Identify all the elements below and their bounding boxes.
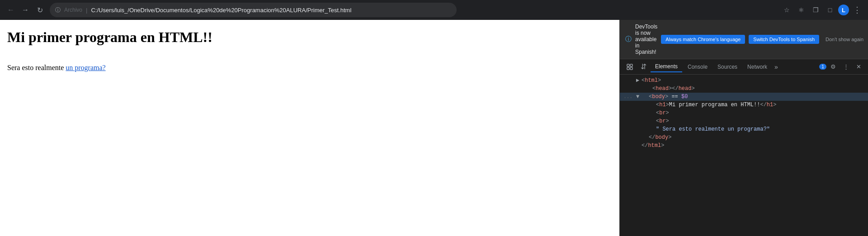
address-pipe: | xyxy=(86,7,87,14)
page-paragraph: Sera esto realmente un programa? xyxy=(7,64,612,72)
tab-elements[interactable]: Elements xyxy=(651,61,682,72)
devtools-panel: ⓘ DevTools is now available in Spanish! … xyxy=(619,20,868,236)
tab-network[interactable]: Network xyxy=(743,62,772,72)
toolbar-actions: ☆ ⚛ ❐ □ L ⋮ xyxy=(780,4,863,16)
browser-chrome: ← → ↻ ⓘ Archivo | C:/Users/luis_/OneDriv… xyxy=(0,0,868,20)
always-match-button[interactable]: Always match Chrome's language xyxy=(661,35,745,44)
page-link[interactable]: un programa? xyxy=(66,64,105,71)
profile-button[interactable]: L xyxy=(838,5,849,15)
code-line-body: ... ▼ <body> == $0 xyxy=(620,93,868,101)
send-tab-button[interactable]: ❐ xyxy=(809,4,822,16)
main-area: Mi primer programa en HTML!! Sera esto r… xyxy=(0,20,868,236)
inspect-icon[interactable] xyxy=(623,61,636,73)
bookmark-button[interactable]: ☆ xyxy=(780,4,793,16)
cursor-icon[interactable]: ⇵ xyxy=(637,61,650,73)
code-line-body-close: </body> xyxy=(620,133,868,142)
svg-rect-1 xyxy=(630,64,632,66)
devtools-notification: ⓘ DevTools is now available in Spanish! … xyxy=(620,20,868,59)
tab-console[interactable]: Console xyxy=(683,62,712,72)
page-content: Mi primer programa en HTML!! Sera esto r… xyxy=(0,20,619,236)
code-line-text: " Sera esto realmente un programa?" xyxy=(620,125,868,133)
code-line-h1: <h1>Mi primer programa en HTML!!</h1> xyxy=(620,101,868,109)
dont-show-again-button[interactable]: Don't show again xyxy=(823,35,866,44)
nav-buttons: ← → ↻ xyxy=(5,4,46,16)
code-line-html-open: ▶ <html> xyxy=(620,76,868,85)
code-line-br1: <br> xyxy=(620,109,868,117)
code-line-html-close: </html> xyxy=(620,142,868,150)
extension-button[interactable]: ⚛ xyxy=(795,4,807,16)
devtools-more-button[interactable]: ⋮ xyxy=(840,61,852,73)
switch-devtools-button[interactable]: Switch DevTools to Spanish xyxy=(749,35,819,44)
back-button[interactable]: ← xyxy=(5,4,17,16)
address-text: C:/Users/luis_/OneDrive/Documentos/Logic… xyxy=(91,7,351,14)
tab-sources[interactable]: Sources xyxy=(713,62,742,72)
page-heading: Mi primer programa en HTML!! xyxy=(7,29,612,46)
notification-badge: 1 xyxy=(819,64,826,70)
code-line-br2: <br> xyxy=(620,117,868,125)
devtools-close-button[interactable]: ✕ xyxy=(853,61,864,73)
devtools-tabs: ⇵ Elements Console Sources Network » 1 ⚙… xyxy=(620,59,868,75)
page-text-before-link: Sera esto realmente xyxy=(7,64,66,71)
forward-button[interactable]: → xyxy=(19,4,32,16)
window-button[interactable]: □ xyxy=(824,4,836,16)
svg-rect-2 xyxy=(627,67,629,70)
address-security-icon: ⓘ xyxy=(55,6,61,14)
more-tabs-button[interactable]: » xyxy=(773,61,780,72)
code-line-head: <head></head> xyxy=(620,85,868,93)
svg-rect-0 xyxy=(627,64,629,66)
svg-rect-3 xyxy=(630,67,632,70)
devtools-actions: 1 ⚙ ⋮ ✕ xyxy=(819,61,864,73)
reload-button[interactable]: ↻ xyxy=(33,4,46,16)
notification-text: DevTools is now available in Spanish! xyxy=(635,24,657,55)
menu-button[interactable]: ⋮ xyxy=(851,4,863,16)
devtools-code-view[interactable]: ▶ <html> <head></head> ... ▼ <body> == $… xyxy=(620,75,868,236)
address-bar[interactable]: ⓘ Archivo | C:/Users/luis_/OneDrive/Docu… xyxy=(50,3,457,17)
address-separator: Archivo xyxy=(64,7,82,13)
devtools-settings-button[interactable]: ⚙ xyxy=(827,61,839,73)
notification-info-icon: ⓘ xyxy=(625,35,632,43)
